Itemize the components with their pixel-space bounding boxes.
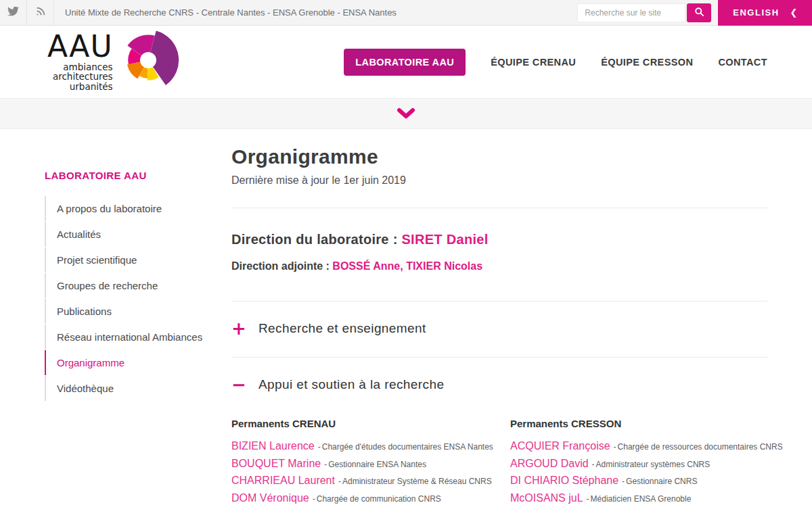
person-row: BOUQUET Marine-Gestionnaire ENSA Nantes [231, 456, 510, 473]
person-name-link[interactable]: DOM Véronique [231, 492, 309, 504]
column-cresson: Permanents CRESSON ACQUIER Françoise-Cha… [510, 418, 789, 505]
person-role: Médiaticien ENSA Grenoble [591, 494, 692, 504]
person-row: McOISANS juL-Médiaticien ENSA Grenoble [510, 490, 789, 505]
divider [231, 301, 767, 302]
person-role: Gestionnaire ENSA Nantes [328, 460, 426, 469]
rss-icon [35, 6, 46, 20]
role-separator: - [622, 477, 625, 486]
sidebar-item-organigramme[interactable]: Organigramme [45, 350, 231, 375]
submenu-band [0, 98, 812, 129]
sidebar-item-actualites[interactable]: Actualités [45, 222, 231, 247]
logo-acronym: AAU [47, 32, 113, 62]
topbar: Unité Mixte de Recherche CNRS - Centrale… [0, 0, 812, 26]
sidebar-item-a-propos[interactable]: A propos du laboratoire [45, 196, 231, 221]
column-crenau: Permanents CRENAU BIZIEN Laurence-Chargé… [231, 418, 510, 505]
person-role: Administrateur systèmes CNRS [596, 460, 710, 469]
sidebar-item-groupes-de-recherche[interactable]: Groupes de recherche [45, 273, 231, 298]
nav-item-contact[interactable]: CONTACT [718, 57, 767, 68]
person-name-link[interactable]: DI CHIARIO Stéphane [510, 475, 618, 486]
chevron-left-icon: ❮ [790, 7, 798, 18]
direction-adjointe-line: Direction adjointe : BOSSÉ Anne, TIXIER … [231, 260, 767, 272]
sidebar-item-publications[interactable]: Publications [45, 299, 231, 324]
search-input[interactable] [577, 3, 685, 22]
language-button-label: ENGLISH [733, 7, 779, 18]
person-role: Gestionnaire CNRS [626, 477, 697, 486]
divider [231, 357, 767, 358]
adjointe-name-link-1[interactable]: BOSSÉ Anne [332, 260, 400, 272]
header: AAU ambiances architectures urbanités LA… [0, 26, 812, 98]
person-row: ACQUIER Françoise-Chargée de ressources … [510, 438, 789, 456]
plus-icon: + [231, 321, 246, 336]
sidebar-item-reseau-international[interactable]: Réseau international Ambiances [45, 324, 231, 350]
role-separator: - [338, 477, 341, 486]
section-toggle-appui[interactable]: − Appui et soutien à la recherche [231, 377, 767, 392]
column-heading: Permanents CRESSON [510, 418, 789, 429]
language-button[interactable]: ENGLISH ❮ [718, 0, 812, 26]
person-name-link[interactable]: ARGOUD David [510, 458, 589, 469]
sidebar: LABORATOIRE AAU A propos du laboratoire … [45, 129, 231, 505]
person-name-link[interactable]: BOUQUET Marine [231, 458, 321, 469]
person-role: Chargée de communication CNRS [317, 494, 441, 504]
person-row: ARGOUD David-Administrateur systèmes CNR… [510, 456, 789, 473]
main-area: LABORATOIRE AAU A propos du laboratoire … [0, 129, 812, 505]
divider [231, 208, 767, 208]
role-separator: - [587, 494, 589, 504]
role-separator: - [592, 460, 595, 469]
direction-name-link[interactable]: SIRET Daniel [401, 232, 488, 247]
person-row: DOM Véronique-Chargée de communication C… [231, 490, 510, 505]
nav-item-equipe-crenau[interactable]: ÉQUIPE CRENAU [491, 57, 576, 68]
person-name-link[interactable]: McOISANS juL [510, 492, 583, 504]
section-toggle-recherche[interactable]: + Recherche et enseignement [231, 321, 767, 336]
sidebar-list: A propos du laboratoire Actualités Proje… [45, 196, 231, 401]
person-row: BIZIEN Laurence-Chargée d'études documen… [231, 438, 510, 456]
rss-link[interactable] [27, 0, 54, 26]
direction-line: Direction du laboratoire : SIRET Daniel [231, 232, 767, 247]
person-role: Chargée d'études documentaires ENSA Nant… [322, 442, 493, 452]
person-role: Administrateur Système & Réseau CNRS [342, 477, 492, 486]
content: Organigramme Dernière mise à jour le 1er… [231, 129, 767, 505]
sidebar-heading[interactable]: LABORATOIRE AAU [45, 170, 231, 181]
chevron-down-icon[interactable] [396, 107, 416, 120]
search-button[interactable] [687, 3, 711, 22]
site-subtitle: Unité Mixte de Recherche CNRS - Centrale… [65, 7, 397, 18]
page-title: Organigramme [231, 145, 767, 168]
person-name-link[interactable]: ACQUIER Françoise [510, 440, 610, 452]
person-name-link[interactable]: CHARRIEAU Laurent [231, 475, 335, 486]
column-heading: Permanents CRENAU [231, 418, 510, 429]
twitter-icon [7, 5, 19, 20]
person-row: CHARRIEAU Laurent-Administrateur Système… [231, 473, 510, 490]
logo-subtitle: ambiances architectures urbanités [47, 62, 113, 92]
section-label: Recherche et enseignement [258, 321, 426, 336]
direction-adjointe-label: Direction adjointe : [231, 260, 330, 272]
nav-item-laboratoire-aau[interactable]: LABORATOIRE AAU [344, 49, 466, 76]
logo[interactable]: AAU ambiances architectures urbanités [47, 32, 181, 93]
role-separator: - [318, 442, 321, 452]
role-separator: - [614, 442, 616, 452]
role-separator: - [324, 460, 327, 469]
logo-text: AAU ambiances architectures urbanités [47, 32, 113, 92]
logo-wheel-icon [116, 28, 181, 93]
section-label: Appui et soutien à la recherche [258, 377, 444, 392]
person-name-link[interactable]: BIZIEN Laurence [231, 440, 315, 452]
names-separator: , [400, 260, 406, 272]
sidebar-item-videotheque[interactable]: Vidéothèque [45, 376, 231, 401]
people-columns: Permanents CRENAU BIZIEN Laurence-Chargé… [231, 418, 767, 505]
last-updated: Dernière mise à jour le 1er juin 2019 [231, 174, 767, 187]
role-separator: - [313, 494, 315, 504]
minus-icon: − [231, 377, 246, 392]
search-icon [694, 7, 704, 19]
person-row: DI CHIARIO Stéphane-Gestionnaire CNRS [510, 473, 789, 490]
nav-item-equipe-cresson[interactable]: ÉQUIPE CRESSON [601, 57, 693, 68]
person-role: Chargée de ressources documentaires CNRS [618, 442, 783, 452]
adjointe-name-link-2[interactable]: TIXIER Nicolas [406, 260, 482, 272]
main-nav: LABORATOIRE AAU ÉQUIPE CRENAU ÉQUIPE CRE… [344, 49, 767, 76]
sidebar-item-projet-scientifique[interactable]: Projet scientifique [45, 247, 231, 272]
twitter-link[interactable] [0, 0, 27, 26]
direction-label: Direction du laboratoire : [231, 232, 398, 247]
